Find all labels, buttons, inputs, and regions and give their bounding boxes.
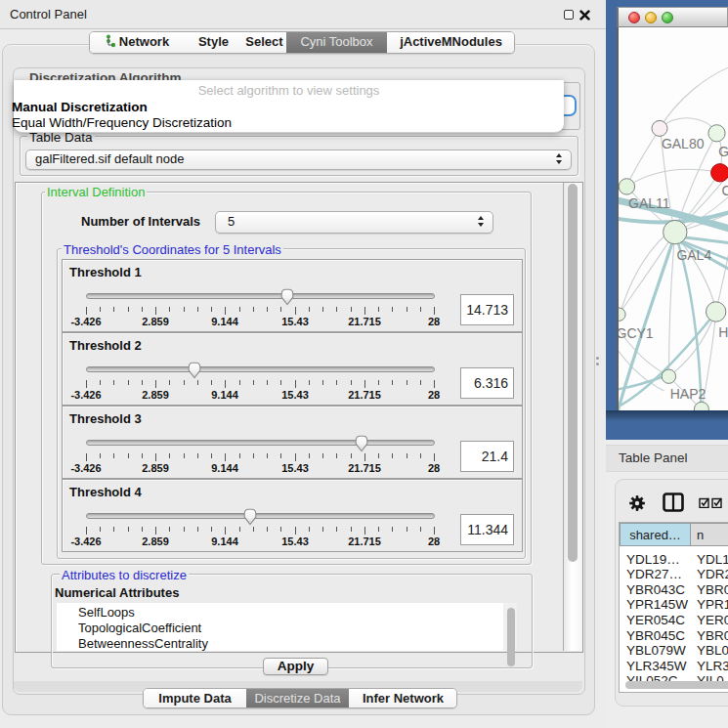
svg-text:C: C [721, 183, 728, 198]
svg-text:HAP2: HAP2 [670, 386, 707, 402]
svg-text:GAL4: GAL4 [676, 247, 711, 263]
svg-text:GA: GA [718, 144, 728, 159]
svg-text:GCY1: GCY1 [619, 325, 654, 341]
svg-text:GAL11: GAL11 [628, 195, 670, 211]
svg-text:GAL80: GAL80 [662, 136, 705, 151]
svg-text:H: H [718, 324, 728, 340]
